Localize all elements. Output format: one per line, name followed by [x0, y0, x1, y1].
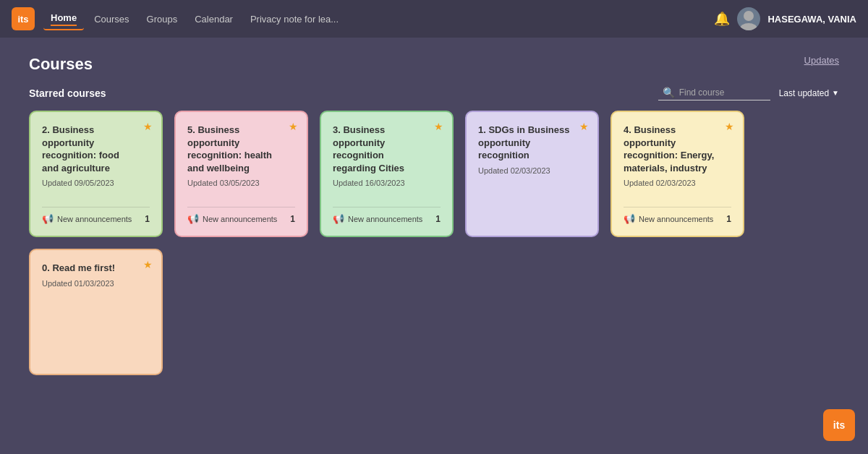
nav-links: Home Courses Groups Calendar Privacy not… — [43, 8, 714, 30]
star-icon-4[interactable]: ★ — [579, 121, 589, 132]
nav-privacy[interactable]: Privacy note for lea... — [243, 9, 346, 29]
course-card-2[interactable]: 5. Business opportunity recognition: hea… — [174, 111, 308, 237]
main-content: Courses Updates Starred courses 🔍 Last u… — [0, 38, 868, 454]
card-title-2: 5. Business opportunity recognition: hea… — [187, 124, 295, 174]
updates-link[interactable]: Updates — [804, 55, 839, 66]
announcement-count-3: 1 — [435, 214, 441, 224]
nav-courses[interactable]: Courses — [87, 9, 136, 29]
search-input[interactable] — [679, 87, 766, 98]
cards-row-2: 0. Read me first! Updated 01/03/2023 ★ — [29, 249, 839, 375]
nav-home[interactable]: Home — [43, 8, 84, 30]
announcements-2: 📢 New announcements — [187, 213, 277, 224]
megaphone-icon-3: 📢 — [333, 213, 344, 224]
starred-courses-title: Starred courses — [29, 87, 106, 99]
card-updated-5: Updated 02/03/2023 — [624, 179, 731, 187]
card-updated-3: Updated 16/03/2023 — [333, 179, 441, 187]
star-icon-3[interactable]: ★ — [434, 121, 443, 132]
page-title: Courses — [29, 55, 93, 74]
announcements-3: 📢 New announcements — [333, 213, 422, 224]
card-footer-3: 📢 New announcements 1 — [333, 207, 441, 224]
card-title-3: 3. Business opportunity recognition rega… — [333, 124, 441, 174]
nav-logo[interactable]: its — [12, 7, 35, 30]
bottom-logo: its — [823, 409, 855, 441]
star-icon-2[interactable]: ★ — [289, 121, 298, 132]
chevron-down-icon: ▼ — [832, 89, 839, 97]
course-card-1[interactable]: 2. Business opportunity recognition: foo… — [29, 111, 163, 237]
star-icon-6[interactable]: ★ — [143, 259, 153, 270]
card-updated-1: Updated 09/05/2023 — [42, 179, 150, 187]
username: HASEGAWA, VANIA — [767, 14, 856, 25]
course-card-3[interactable]: 3. Business opportunity recognition rega… — [320, 111, 454, 237]
nav-groups[interactable]: Groups — [140, 9, 185, 29]
bell-icon[interactable]: 🔔 — [714, 11, 730, 27]
card-updated-4: Updated 02/03/2023 — [478, 166, 586, 175]
announcements-5: 📢 New announcements — [624, 213, 713, 224]
search-container: 🔍 — [658, 85, 770, 100]
course-card-5[interactable]: 4. Business opportunity recognition: Ene… — [610, 111, 744, 237]
course-card-4[interactable]: 1. SDGs in Business opportunity recognit… — [465, 111, 599, 237]
card-title-5: 4. Business opportunity recognition: Ene… — [624, 124, 731, 174]
page-header: Courses Updates — [29, 55, 839, 74]
nav-right: 🔔 HASEGAWA, VANIA — [714, 7, 856, 30]
megaphone-icon-1: 📢 — [42, 213, 54, 224]
svg-point-0 — [744, 11, 754, 21]
megaphone-icon-2: 📢 — [187, 213, 199, 224]
sort-dropdown[interactable]: Last updated ▼ — [779, 88, 839, 98]
card-footer-1: 📢 New announcements 1 — [42, 207, 150, 224]
search-icon: 🔍 — [663, 87, 675, 98]
card-title-4: 1. SDGs in Business opportunity recognit… — [478, 124, 586, 162]
cards-row-1: 2. Business opportunity recognition: foo… — [29, 111, 839, 237]
star-icon-1[interactable]: ★ — [143, 121, 153, 132]
nav-calendar[interactable]: Calendar — [187, 9, 240, 29]
navbar: its Home Courses Groups Calendar Privacy… — [0, 0, 868, 38]
announcement-count-5: 1 — [726, 214, 731, 224]
card-title-6: 0. Read me first! — [42, 262, 150, 275]
card-footer-2: 📢 New announcements 1 — [187, 207, 295, 224]
megaphone-icon-5: 📢 — [624, 213, 635, 224]
announcement-count-1: 1 — [145, 214, 150, 224]
card-updated-2: Updated 03/05/2023 — [187, 179, 295, 187]
svg-point-1 — [740, 23, 757, 30]
section-header: Starred courses 🔍 Last updated ▼ — [29, 85, 839, 100]
star-icon-5[interactable]: ★ — [725, 121, 734, 132]
card-footer-5: 📢 New announcements 1 — [624, 207, 731, 224]
filter-row: 🔍 Last updated ▼ — [658, 85, 839, 100]
avatar[interactable] — [737, 7, 760, 30]
announcements-1: 📢 New announcements — [42, 213, 132, 224]
card-updated-6: Updated 01/03/2023 — [42, 279, 150, 288]
card-title-1: 2. Business opportunity recognition: foo… — [42, 124, 150, 174]
announcement-count-2: 1 — [290, 214, 295, 224]
course-card-6[interactable]: 0. Read me first! Updated 01/03/2023 ★ — [29, 249, 163, 375]
